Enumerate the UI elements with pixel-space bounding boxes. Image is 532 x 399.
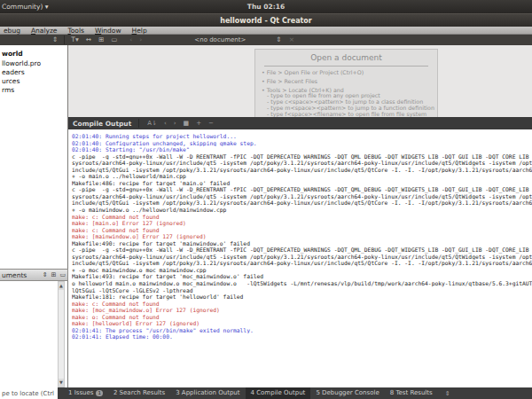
compile-output-line: make: c: Command not found	[72, 214, 532, 221]
compile-output-line: 02:01:40: Starting: "/usr/bin/make"	[72, 146, 532, 153]
editor-area: Open a document • File > Open File or Pr…	[68, 45, 532, 117]
issues-count-badge: 1	[96, 390, 103, 396]
clock[interactable]: Thu 02:16	[0, 3, 532, 11]
compile-output-line: 02:01:41: Elapsed time: 00:00.	[72, 333, 532, 340]
compile-output-log[interactable]: 02:01:40: Running steps for project hell…	[68, 129, 532, 387]
menu-item[interactable]: Window	[91, 27, 129, 35]
output-pane-tab[interactable]: 1 Issues1	[63, 387, 108, 399]
compile-output-line: make: o: Command not found	[72, 314, 532, 321]
prev-item-icon[interactable]: ‹	[160, 117, 170, 129]
output-pane-tab[interactable]: 3 Application Output	[170, 387, 245, 399]
compile-output-header: Compile Output A⇂ ‹ › ■ + −	[68, 117, 532, 129]
pane-combo-icon[interactable]: ⇕	[41, 271, 50, 278]
document-selector[interactable]: <no document>	[145, 36, 272, 43]
project-tree-item[interactable]: eaders	[0, 68, 67, 77]
compile-output-line: Makefile:493: recipe for target 'moc_mai…	[72, 273, 532, 280]
next-item-icon[interactable]: ›	[170, 117, 180, 129]
output-pane-tab[interactable]: 2 Search Results	[108, 387, 170, 399]
compile-output-line: + -o main.o ../helloworld/main.cpp	[72, 173, 532, 180]
pane-close-icon[interactable]: ▭	[58, 271, 67, 278]
compile-output-line: c -pipe -g -std=gnu++0x -Wall -W -D_REEN…	[72, 186, 532, 193]
close-split-icon[interactable]: ▭	[107, 35, 121, 45]
hint-line: • File > Recent Files	[255, 79, 437, 85]
splitter-arrows-icon[interactable]: ⇕	[49, 35, 61, 45]
menu-item[interactable]: ebug	[0, 27, 27, 35]
compile-output-line: + -o mainwindow.o ../helloworld/mainwind…	[72, 207, 532, 214]
project-tree-item[interactable]: urces	[0, 77, 67, 86]
output-pane-tab[interactable]: 8 Test Results	[385, 387, 438, 399]
compile-output-line: make: c: Command not found	[72, 227, 532, 234]
forward-icon[interactable]: ›	[136, 35, 145, 45]
compile-output-line: include/qt5/QtGui -isystem /opt/poky/3.1…	[72, 200, 532, 207]
qt-creator-window: Community) ▾ Thu 02:16 helloworld - Qt C…	[0, 0, 532, 399]
compile-output-line: 02:01:40: Running steps for project hell…	[72, 133, 532, 140]
compile-output-line: Makefile:181: recipe for target 'hellowo…	[72, 293, 532, 301]
menu-bar: ebug Analyze Tools Window Help	[0, 27, 532, 35]
compile-output-line: sysroots/aarch64-poky-linux/usr/include/…	[72, 160, 532, 167]
compile-output-line: c -pipe -g -std=gnu++0x -Wall -W -D_REEN…	[72, 153, 532, 160]
close-pane-icon[interactable]: −	[205, 117, 217, 129]
compile-output-line: o helloworld main.o mainwindow.o moc_mai…	[72, 280, 532, 287]
back-icon[interactable]: ‹	[126, 35, 136, 45]
compile-output-line: 02:01:41: The process "/usr/bin/make" ex…	[72, 327, 532, 334]
compile-output-title: Compile Output	[68, 120, 138, 128]
open-documents-list: ▲ ▼	[0, 281, 68, 387]
locator-input[interactable]	[0, 387, 58, 399]
toolbar-divider	[64, 35, 65, 44]
scroll-down-icon[interactable]: ▼	[59, 379, 64, 387]
compile-output-line: Makefile:490: recipe for target 'mainwin…	[72, 240, 532, 247]
output-pane-tab[interactable]: 5 Debugger Console	[310, 387, 384, 399]
compile-output-line: + -o moc_mainwindow.o moc_mainwindow.cpp	[72, 267, 532, 274]
project-tree-item[interactable]: lloworld.pro	[0, 59, 67, 68]
compile-output-line: make: c: Command not found	[72, 301, 532, 308]
compile-output-line: make: [main.o] Error 127 (ignored)	[72, 220, 532, 227]
open-documents-title: uments	[0, 271, 41, 279]
output-pane-tabs: 1 Issues1 2 Search Results 3 Application…	[63, 387, 438, 399]
sort-icon[interactable]: A⇂	[144, 117, 160, 129]
menu-item[interactable]: Help	[129, 27, 154, 35]
window-title-bar[interactable]: helloworld - Qt Creator	[0, 13, 532, 27]
menu-item[interactable]: Tools	[64, 27, 90, 35]
output-pane-tab[interactable]: 4 Compile Output	[246, 387, 311, 399]
pane-split-icon[interactable]: ⊞	[50, 271, 59, 278]
open-document-hint-panel: Open a document • File > Open File or Pr…	[254, 49, 438, 117]
open-documents-scrollbar[interactable]: ▲ ▼	[58, 281, 65, 387]
compile-output-line: make: [helloworld] Error 127 (ignored)	[72, 320, 532, 327]
editor-toolbar: ⇕ T▾ ↔ ⊞ ▭ ‹ › <no document> ⇕ ×	[0, 35, 532, 45]
menu-item[interactable]: Analyze	[27, 27, 65, 35]
hint-panel-lines: • File > Open File or Project (Ctrl+O) •…	[255, 70, 437, 117]
hint-panel-title: Open a document	[255, 53, 437, 62]
project-tree-panel: world lloworld.pro eaders urces rms	[0, 45, 68, 269]
compile-output-line: sysroots/aarch64-poky-linux/usr/include/…	[72, 193, 532, 200]
compile-output-line: c -pipe -g -std=gnu++0x -Wall -W -D_REEN…	[72, 246, 532, 254]
filter-icon[interactable]: T▾	[67, 35, 82, 45]
compile-output-line: Makefile:486: recipe for target 'main.o'…	[72, 180, 532, 187]
hint-line: • File > Open File or Project (Ctrl+O)	[255, 70, 437, 76]
project-tree-item[interactable]: world	[0, 45, 67, 59]
compile-output-line: include/qt5/QtGui -isystem /opt/poky/3.1…	[72, 260, 532, 267]
status-bar: 1 Issues1 2 Search Results 3 Application…	[0, 387, 532, 399]
pane-selector-combo-icon[interactable]: ⇕	[445, 390, 450, 397]
compile-output-line: lQt5Gui -lQt5Core -lGLESv2 -lpthread	[72, 287, 532, 294]
window-title: helloworld - Qt Creator	[220, 17, 312, 25]
split-icon[interactable]: ⊞	[95, 35, 107, 45]
compile-output-line: 02:01:40: Configuration unchanged, skipp…	[72, 140, 532, 147]
maximize-pane-icon[interactable]: +	[192, 117, 205, 129]
compile-output-line: make: [mainwindow.o] Error 127 (ignored)	[72, 233, 532, 240]
hint-panel-divider	[264, 66, 428, 66]
scroll-up-icon[interactable]: ▲	[59, 282, 64, 290]
project-tree-item[interactable]: rms	[0, 86, 67, 95]
compile-output-line: sysroots/aarch64-poky-linux/usr/include/…	[72, 254, 532, 261]
close-document-icon[interactable]: ×	[286, 35, 298, 45]
compile-output-line: include/qt5/QtGui -isystem /opt/poky/3.1…	[72, 167, 532, 174]
compile-output-line: make: [moc_mainwindow.o] Error 127 (igno…	[72, 307, 532, 314]
link-icon[interactable]: ↔	[82, 35, 95, 45]
stop-icon[interactable]: ■	[180, 117, 193, 129]
document-combo-icon[interactable]: ⇕	[272, 35, 285, 45]
header-divider	[138, 119, 139, 128]
open-documents-header[interactable]: uments ⇕ ⊞ ▭	[0, 269, 68, 281]
ubuntu-top-panel: Community) ▾ Thu 02:16	[0, 0, 532, 13]
